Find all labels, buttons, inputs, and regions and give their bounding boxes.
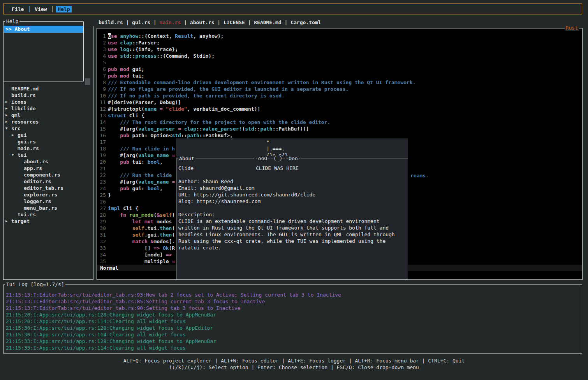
- popup-info-line: Rust using the cxx-qt crate, while the T…: [178, 238, 407, 244]
- tree-item-readme-md[interactable]: README.md: [4, 85, 93, 92]
- chevron-right-icon: ▶: [5, 105, 7, 112]
- tree-item-label: qml: [11, 112, 20, 118]
- log-entry: 21:15:30:I:App:src/tui/app.rs:128:Changi…: [6, 325, 581, 331]
- line-number: 18: [99, 145, 106, 152]
- dropdown-item-label: About: [14, 26, 30, 32]
- tree-item-component-rs[interactable]: component.rs: [4, 171, 93, 178]
- tree-item-logger-rs[interactable]: logger.rs: [4, 198, 93, 205]
- code-text: multiple =: [108, 258, 175, 264]
- tree-item-label: editor_tab.rs: [24, 185, 63, 191]
- tree-item-target[interactable]: ▶target: [4, 218, 93, 224]
- code-line-14[interactable]: 14 /// The root directory for the projec…: [99, 119, 582, 125]
- tree-item-qml[interactable]: ▶qml: [4, 112, 93, 118]
- about-popup-title: About: [178, 156, 195, 162]
- shortcuts-line-2: (↑/k)/(↓/j): Select option | Enter: Choo…: [0, 364, 588, 371]
- tab-gui-rs[interactable]: gui.rs: [132, 19, 150, 25]
- tree-item-app-rs[interactable]: app.rs: [4, 165, 93, 171]
- code-line-12[interactable]: 12#[structopt(name = "clide", verbatim_d…: [99, 106, 582, 112]
- tab-readme-md[interactable]: README.md: [254, 19, 281, 25]
- tree-item-tui-rs[interactable]: tui.rs: [4, 211, 93, 218]
- tree-item-editor-tab-rs[interactable]: editor_tab.rs: [4, 185, 93, 191]
- chevron-down-icon: ▼: [12, 152, 14, 158]
- tree-item-src[interactable]: ▼src: [4, 125, 93, 132]
- menu-separator: │: [28, 6, 31, 12]
- log-entry: 21:15:20:I:App:src/tui/app.rs:128:Changi…: [6, 311, 581, 318]
- tree-item-label: logger.rs: [24, 198, 51, 205]
- line-number: 25: [99, 192, 106, 198]
- selection-marker-icon: >>: [5, 26, 14, 32]
- tree-item-icons[interactable]: ▶icons: [4, 99, 93, 105]
- tree-item-label: editor.rs: [24, 178, 51, 185]
- log-entry: 21:15:13:T:EditorTab:src/tui/editor_tab.…: [6, 292, 581, 298]
- code-text: self.tui.then(: [108, 225, 175, 231]
- code-line-2[interactable]: 2use clap::Parser;: [99, 39, 582, 46]
- tree-item-menu-bar-rs[interactable]: menu_bar.rs: [4, 205, 93, 211]
- shortcuts-line-1: ALT+Q: Focus project explorer | ALT+W: F…: [0, 357, 588, 364]
- dropdown-item-about[interactable]: >> About: [4, 26, 83, 33]
- tree-item-label: main.rs: [18, 145, 39, 152]
- popup-app-name: Clide: [178, 165, 194, 171]
- popup-info-line: Author: Shaun Reed: [178, 178, 407, 185]
- code-line-11[interactable]: 11#[derive(Parser, Debug)]: [99, 99, 582, 106]
- menu-item-view[interactable]: View: [33, 6, 48, 12]
- code-text: let mut modes: [108, 219, 172, 224]
- code-line-15[interactable]: 15 #[arg(value_parser = clap::value_pars…: [99, 125, 582, 132]
- code-text: fn run_mode(&self): [108, 212, 175, 218]
- tree-item-build-rs[interactable]: build.rs: [4, 92, 93, 99]
- line-number: 29: [99, 218, 106, 225]
- tree-item-explorer-rs[interactable]: explorer.rs: [4, 191, 93, 198]
- code-text: /// If no flags are provided, the GUI ed…: [108, 86, 349, 92]
- menu-item-help[interactable]: Help: [56, 6, 71, 12]
- code-text: pub mod tui;: [108, 73, 144, 79]
- tree-item-resources[interactable]: ▶resources: [4, 118, 93, 125]
- popup-info-line: headless Linux environments. The GUI is …: [178, 231, 407, 238]
- code-line-6[interactable]: 6pub mod gui;: [99, 66, 582, 72]
- code-line-9[interactable]: 9/// If no flags are provided, the GUI e…: [99, 86, 582, 92]
- tab-main-rs[interactable]: main.rs: [160, 19, 181, 25]
- code-text: [] => Ok(R: [108, 245, 175, 251]
- line-number: 7: [99, 72, 106, 79]
- code-text: #[derive(Parser, Debug)]: [108, 99, 181, 105]
- code-text: struct Cli {: [108, 113, 144, 118]
- menu-separator: │: [51, 6, 54, 12]
- tab-license[interactable]: LICENSE: [224, 19, 245, 25]
- popup-info-line: [178, 171, 407, 178]
- code-line-13[interactable]: 13struct Cli {: [99, 112, 582, 119]
- line-number: 26: [99, 198, 106, 205]
- chevron-right-icon: ▶: [5, 99, 7, 105]
- code-line-8[interactable]: 8/// Extendable command-line driven deve…: [99, 79, 582, 86]
- tree-item-gui-rs[interactable]: gui.rs: [4, 138, 93, 145]
- code-text: #[arg(value_parser = clap::value_parser!…: [108, 126, 309, 132]
- code-text: #[arg(value_name =: [108, 179, 175, 185]
- tab-about-rs[interactable]: about.rs: [190, 19, 215, 25]
- kilroy-ascii-art-border: -ooO--(_)--Ooo-: [254, 156, 301, 162]
- tree-item-editor-rs[interactable]: editor.rs: [4, 178, 93, 185]
- tree-item-label: build.rs: [11, 92, 36, 99]
- code-line-5[interactable]: 5: [99, 59, 582, 66]
- menu-bar: File│View│Help: [3, 4, 582, 14]
- code-text: impl Cli {: [108, 205, 138, 211]
- code-line-4[interactable]: 4use std::process::{Command, Stdio};: [99, 53, 582, 59]
- tree-item-gui[interactable]: ▶gui: [4, 132, 93, 138]
- code-line-10[interactable]: 10/// If no path is provided, the curren…: [99, 92, 582, 99]
- log-entry: 21:15:33:I:App:src/tui/app.rs:114:Cleari…: [6, 345, 581, 351]
- tab-build-rs[interactable]: build.rs: [99, 19, 123, 25]
- scrollbar-thumb[interactable]: [85, 78, 90, 85]
- tab-cargo-toml[interactable]: Cargo.toml: [290, 19, 321, 25]
- tree-item-libclide[interactable]: ▶libclide: [4, 105, 93, 112]
- tree-item-tui[interactable]: ▼tui: [4, 152, 93, 158]
- tree-item-label: target: [11, 218, 30, 224]
- editor-mode: Normal: [100, 265, 118, 271]
- code-line-3[interactable]: 3use log::{info, trace};: [99, 46, 582, 53]
- menu-item-file[interactable]: File: [10, 6, 25, 12]
- code-line-16[interactable]: 16 pub path: Option<std::path::PathBuf>,: [99, 132, 582, 139]
- code-line-1[interactable]: 1use anyhow::{Context, Result, anyhow};: [99, 33, 582, 39]
- tab-separator: |: [282, 19, 290, 25]
- popup-info-text: Author: Shaun ReedEmail: shaunrd0@gmail.…: [178, 171, 407, 251]
- tree-item-main-rs[interactable]: main.rs: [4, 145, 93, 152]
- log-entry: 21:15:20:I:App:src/tui/app.rs:114:Cleari…: [6, 318, 581, 325]
- text-cursor: u: [108, 33, 111, 39]
- code-line-7[interactable]: 7pub mod tui;: [99, 72, 582, 79]
- line-number: 31: [99, 232, 106, 238]
- tree-item-about-rs[interactable]: about.rs: [4, 158, 93, 165]
